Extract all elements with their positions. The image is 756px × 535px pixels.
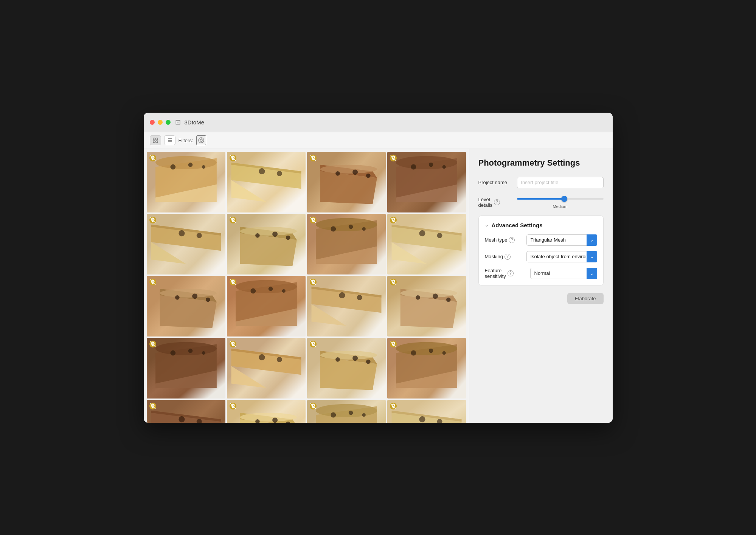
masking-select[interactable]: Isolate object from environ... No maskin… [526,251,597,262]
image-cell[interactable] [147,400,225,423]
image-cell[interactable] [147,338,225,399]
svg-point-67 [272,231,278,237]
level-details-slider-container[interactable] [517,195,604,203]
settings-panel: Photogrammetry Settings Project name Lev… [469,149,613,423]
cake-image [307,152,386,212]
svg-point-38 [352,169,358,175]
no-gps-icon [309,216,317,224]
cake-image [307,400,386,423]
no-gps-icon [390,402,397,410]
advanced-settings-title: Advanced Settings [492,222,543,228]
slider-label-row: Medium [517,204,604,209]
svg-rect-3 [156,141,158,143]
image-grid-panel[interactable] [144,149,469,423]
svg-point-162 [396,342,457,355]
settings-title: Photogrammetry Settings [478,158,604,168]
no-gps-icon [229,278,237,286]
svg-marker-55 [151,225,221,251]
image-cell[interactable] [387,152,466,212]
feature-sensitivity-help-icon[interactable]: ? [508,270,514,276]
level-details-label: Leveldetails [478,197,493,208]
grid-view-button[interactable] [150,135,161,145]
svg-point-48 [428,163,433,167]
svg-point-163 [411,350,416,355]
image-cell[interactable] [227,214,306,274]
no-gps-icon [390,216,397,224]
svg-point-19 [188,163,192,167]
feature-sensitivity-select[interactable]: Normal Low High [530,268,597,279]
image-cell[interactable] [307,276,386,337]
image-cell[interactable] [227,400,306,423]
slider-track [517,198,604,200]
no-gps-icon [149,216,157,224]
filter-icon-button[interactable] [196,135,206,145]
svg-point-124 [416,295,420,300]
image-cell[interactable] [227,152,306,212]
image-cell[interactable] [307,152,386,212]
image-cell[interactable] [387,338,466,399]
image-cell[interactable] [307,338,386,399]
image-cell[interactable] [147,152,225,212]
filters-label: Filters: [179,138,193,143]
svg-point-155 [366,359,371,364]
image-cell[interactable] [227,338,306,399]
masking-help-icon[interactable]: ? [505,254,511,260]
project-name-input[interactable] [517,177,604,188]
project-name-row: Project name [478,177,604,188]
fullscreen-button[interactable] [166,120,171,125]
cake-image [227,400,306,423]
image-cell[interactable] [387,214,466,274]
svg-point-134 [170,350,175,355]
mesh-type-row: Mesh type ? Triangular Mesh Quad Mesh NU… [485,234,597,246]
masking-select-wrap: Isolate object from environ... No maskin… [526,251,597,262]
no-gps-icon [149,278,157,286]
image-cell[interactable] [387,276,466,337]
advanced-settings-header[interactable]: ⌄ Advanced Settings [485,222,597,228]
elaborate-button[interactable]: Elaborate [567,293,604,304]
svg-point-49 [442,165,446,168]
toolbar: Filters: [144,132,613,149]
cake-image [387,338,466,399]
close-button[interactable] [150,120,155,125]
list-view-button[interactable] [164,135,175,145]
no-gps-icon [309,278,317,286]
svg-point-173 [179,416,185,422]
slider-thumb[interactable] [561,196,567,202]
no-gps-icon [229,216,237,224]
slider-wrap: Medium [517,195,604,209]
cake-image [227,338,306,399]
mesh-type-help-icon[interactable]: ? [509,237,515,243]
image-cell[interactable] [227,276,306,337]
image-cell[interactable] [307,214,386,274]
svg-point-105 [250,288,256,293]
image-cell[interactable] [307,400,386,423]
svg-point-46 [396,156,457,169]
mesh-type-label-wrap: Mesh type ? [485,237,523,243]
svg-point-39 [366,173,371,178]
no-gps-icon [149,402,157,410]
level-details-help-icon[interactable]: ? [494,199,500,205]
svg-point-192 [331,412,336,417]
svg-marker-26 [231,163,301,189]
svg-point-58 [196,233,202,238]
mesh-type-select[interactable]: Triangular Mesh Quad Mesh NURBS [526,234,597,246]
image-cell[interactable] [387,400,466,423]
image-cell[interactable] [147,276,225,337]
minimize-button[interactable] [158,120,163,125]
no-gps-icon [309,154,317,162]
svg-point-194 [362,413,365,416]
app-title: 3DtoMe [185,119,205,126]
svg-point-125 [433,293,438,299]
sidebar-toggle-icon[interactable]: ⊡ [175,118,181,126]
svg-rect-1 [156,138,158,140]
svg-point-116 [357,295,362,300]
svg-point-76 [331,226,336,231]
svg-point-115 [339,292,345,298]
image-cell[interactable] [147,214,225,274]
svg-point-95 [175,295,180,300]
feature-sensitivity-select-wrap: Normal Low High [530,268,597,279]
svg-point-123 [400,288,457,297]
project-name-label: Project name [478,180,512,185]
svg-point-165 [442,351,446,354]
svg-marker-142 [231,349,301,375]
